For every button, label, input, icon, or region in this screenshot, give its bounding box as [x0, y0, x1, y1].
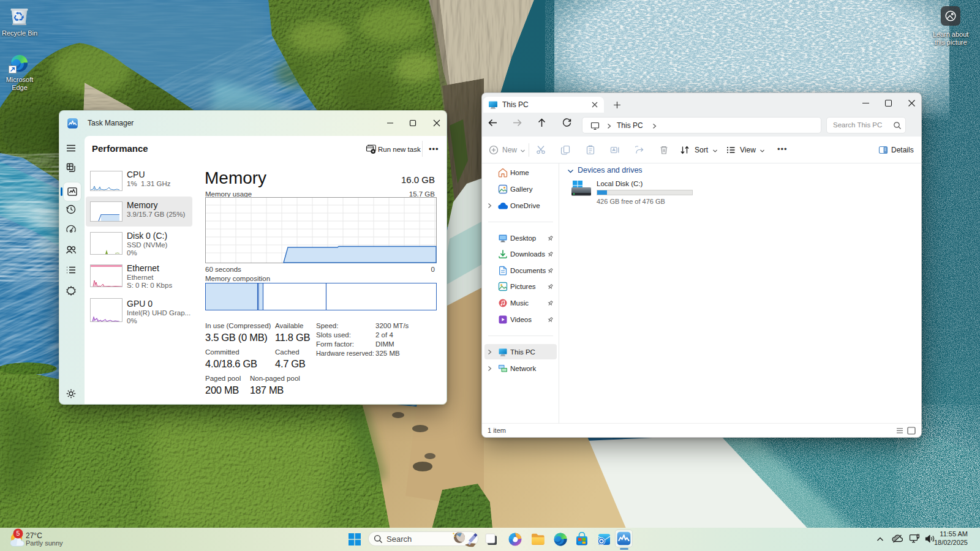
svg-text:5: 5: [17, 530, 20, 537]
